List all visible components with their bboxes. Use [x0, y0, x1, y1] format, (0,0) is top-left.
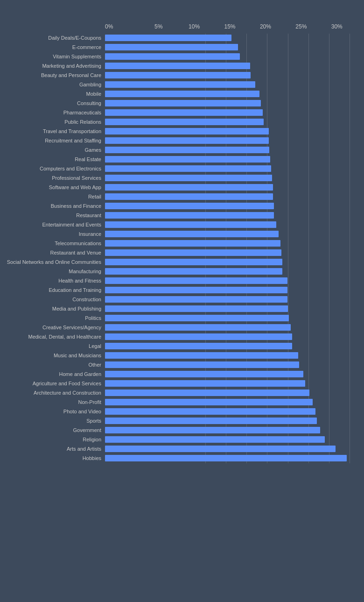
bar-wrap [105, 389, 359, 397]
bar-label: Insurance [5, 231, 105, 237]
table-row: Consulting [5, 99, 359, 107]
bar-wrap [105, 155, 359, 163]
bar-wrap [105, 426, 359, 434]
table-row: Games [5, 146, 359, 154]
table-row: E-commerce [5, 43, 359, 51]
table-row: Telecommunications [5, 239, 359, 248]
table-row: Restaurant and Venue [5, 248, 359, 257]
bar-wrap [105, 118, 359, 126]
bar-label: Computers and Electronics [5, 166, 105, 171]
bar-label: Other [5, 362, 105, 368]
table-row: Social Networks and Online Communities [5, 258, 359, 266]
bar-wrap [105, 230, 359, 238]
bar-label: Home and Garden [5, 371, 105, 377]
table-row: Sports [5, 417, 359, 425]
bar-wrap [105, 248, 359, 257]
bar [105, 287, 287, 293]
bar-label: Politics [5, 315, 105, 321]
table-row: Hobbies [5, 454, 359, 462]
bar [105, 446, 336, 452]
bar-wrap [105, 202, 359, 210]
bar-label: Government [5, 427, 105, 433]
bar-wrap [105, 127, 359, 135]
table-row: Business and Finance [5, 202, 359, 210]
bar [105, 165, 271, 172]
bar [105, 427, 320, 433]
bar-label: Recruitment and Staffing [5, 138, 105, 143]
bar-label: Manufacturing [5, 269, 105, 274]
bar-label: Hobbies [5, 455, 105, 461]
bar-wrap [105, 286, 359, 294]
bar-label: Arts and Artists [5, 446, 105, 452]
bar [105, 324, 291, 331]
table-row: Travel and Transportation [5, 127, 359, 135]
bar-label: Creative Services/Agency [5, 325, 105, 330]
bar [105, 371, 303, 377]
table-row: Media and Publishing [5, 305, 359, 313]
bar-label: Public Relations [5, 119, 105, 125]
bar-label: Retail [5, 194, 105, 199]
table-row: Software and Web App [5, 183, 359, 191]
table-row: Beauty and Personal Care [5, 71, 359, 79]
x-axis-label: 25% [283, 23, 319, 30]
bar-label: Construction [5, 297, 105, 302]
bar-label: Non-Profit [5, 399, 105, 405]
bar [105, 352, 298, 359]
bar [105, 147, 269, 153]
bar [105, 231, 279, 237]
bar-wrap [105, 342, 359, 350]
bar [105, 184, 273, 191]
table-row: Retail [5, 192, 359, 201]
bar [105, 203, 274, 209]
bar-wrap [105, 164, 359, 173]
bar-label: Real Estate [5, 156, 105, 162]
bar-wrap [105, 398, 359, 406]
table-row: Other [5, 361, 359, 369]
bar-label: Games [5, 147, 105, 153]
bar [105, 268, 282, 275]
bar [105, 109, 263, 116]
bar [105, 175, 272, 181]
x-axis: 0%5%10%15%20%25%30% [105, 23, 355, 30]
bar-wrap [105, 379, 359, 388]
bar-label: Restaurant and Venue [5, 250, 105, 255]
bar-wrap [105, 305, 359, 313]
bar [105, 249, 281, 256]
bar-wrap [105, 136, 359, 145]
table-row: Non-Profit [5, 398, 359, 406]
table-row: Architecture and Construction [5, 389, 359, 397]
bar [105, 455, 347, 461]
bar-label: Restaurant [5, 212, 105, 218]
x-axis-label: 10% [176, 23, 212, 30]
table-row: Vitamin Supplements [5, 52, 359, 61]
bar [105, 436, 325, 443]
bar-wrap [105, 258, 359, 266]
bar [105, 399, 313, 405]
bar-label: Vitamin Supplements [5, 54, 105, 59]
table-row: Agriculture and Food Services [5, 379, 359, 388]
table-row: Professional Services [5, 174, 359, 182]
bar-wrap [105, 62, 359, 70]
bar-wrap [105, 417, 359, 425]
bar [105, 212, 274, 219]
bar [105, 193, 273, 200]
x-axis-label: 0% [105, 23, 140, 30]
bar [105, 315, 289, 321]
bar [105, 296, 287, 303]
bar-wrap [105, 211, 359, 220]
table-row: Restaurant [5, 211, 359, 220]
table-row: Politics [5, 314, 359, 322]
table-row: Marketing and Advertising [5, 62, 359, 70]
bar [105, 128, 269, 135]
table-row: Real Estate [5, 155, 359, 163]
table-row: Music and Musicians [5, 351, 359, 360]
bar [105, 137, 269, 144]
bar-wrap [105, 333, 359, 341]
bar-wrap [105, 454, 359, 462]
bar [105, 390, 309, 396]
bar [105, 380, 305, 387]
bar [105, 240, 280, 247]
bar-wrap [105, 361, 359, 369]
bar-wrap [105, 34, 359, 42]
bar-label: Medical, Dental, and Healthcare [5, 334, 105, 340]
